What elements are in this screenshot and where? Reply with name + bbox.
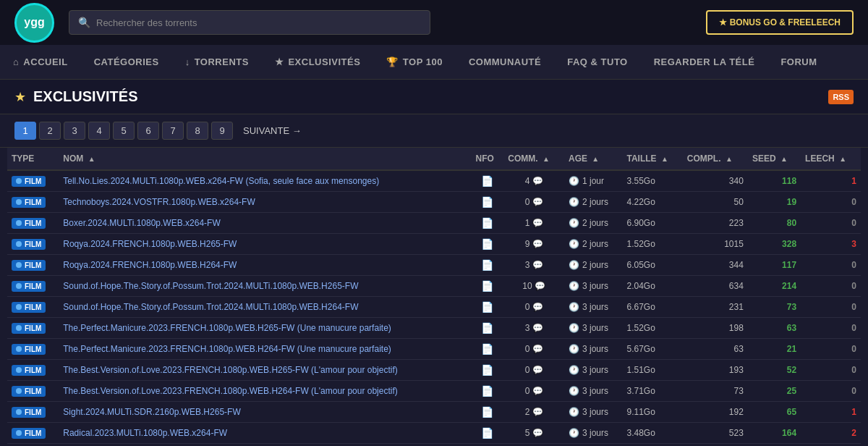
cell-comm: 0 💬 (503, 297, 564, 318)
cell-nfo[interactable]: 📄 (471, 170, 503, 192)
compl-value: 1015 (724, 239, 744, 249)
torrent-name-link[interactable]: Roqya.2024.FRENCH.1080p.WEB.H265-FW (63, 239, 237, 249)
nfo-icon[interactable]: 📄 (481, 280, 493, 292)
page-3[interactable]: 3 (64, 122, 85, 140)
nav-faq[interactable]: FAQ & TUTO (554, 45, 640, 79)
nav-torrents[interactable]: ↓ TORRENTS (172, 45, 262, 79)
nav-forum[interactable]: FORUM (767, 45, 830, 79)
search-bar[interactable]: 🔍 (69, 10, 430, 35)
cell-nfo[interactable]: 📄 (471, 213, 503, 234)
page-next[interactable]: SUIVANTE → (236, 122, 309, 139)
cell-nfo[interactable]: 📄 (471, 192, 503, 213)
torrent-name-link[interactable]: Technoboys.2024.VOSTFR.1080p.WEB.x264-FW (63, 197, 255, 207)
col-seed[interactable]: SEED ▲ (748, 148, 801, 170)
nfo-icon[interactable]: 📄 (481, 217, 493, 229)
cell-name[interactable]: Boxer.2024.MULTi.1080p.WEB.x264-FW (59, 213, 471, 234)
torrent-name-link[interactable]: Roqya.2024.FRENCH.1080p.WEB.H264-FW (63, 260, 237, 270)
cell-size: 3.71Go (623, 381, 683, 402)
torrent-name-link[interactable]: Sound.of.Hope.The.Story.of.Possum.Trot.2… (63, 302, 358, 312)
torrent-name-link[interactable]: Tell.No.Lies.2024.MULTi.1080p.WEB.x264-F… (63, 176, 379, 186)
nfo-icon[interactable]: 📄 (481, 406, 493, 418)
cell-nfo[interactable]: 📄 (471, 402, 503, 423)
cell-name[interactable]: The.Best.Version.of.Love.2023.FRENCH.108… (59, 360, 471, 381)
col-type[interactable]: TYPE (7, 148, 59, 170)
torrent-name-link[interactable]: Radical.2023.MULTi.1080p.WEB.x264-FW (63, 428, 227, 438)
col-nfo[interactable]: NFO (471, 148, 503, 170)
table-row: FILM Radical.2023.MULTi.1080p.WEB.x264-F… (7, 423, 861, 444)
nav-communaute[interactable]: COMMUNAUTÉ (456, 45, 554, 79)
cell-name[interactable]: Sound.of.Hope.The.Story.of.Possum.Trot.2… (59, 276, 471, 297)
torrent-name-link[interactable]: The.Best.Version.of.Love.2023.FRENCH.108… (63, 365, 398, 375)
col-leech[interactable]: LEECH ▲ (801, 148, 861, 170)
cell-nfo[interactable]: 📄 (471, 276, 503, 297)
page-1[interactable]: 1 (14, 122, 36, 140)
cell-nfo[interactable]: 📄 (471, 381, 503, 402)
cell-name[interactable]: Roqya.2024.FRENCH.1080p.WEB.H264-FW (59, 255, 471, 276)
nfo-icon[interactable]: 📄 (481, 238, 493, 250)
nfo-icon[interactable]: 📄 (481, 301, 493, 313)
col-compl[interactable]: COMPL. ▲ (683, 148, 748, 170)
search-icon: 🔍 (78, 17, 90, 28)
cell-name[interactable]: Technoboys.2024.VOSTFR.1080p.WEB.x264-FW (59, 192, 471, 213)
badge-dot (16, 388, 22, 394)
cell-seed: 52 (748, 360, 801, 381)
torrent-name-link[interactable]: The.Perfect.Manicure.2023.FRENCH.1080p.W… (63, 323, 391, 333)
cell-nfo[interactable]: 📄 (471, 444, 503, 447)
cell-name[interactable]: The.Perfect.Manicure.2023.FRENCH.1080p.W… (59, 339, 471, 360)
col-taille[interactable]: TAILLE ▲ (623, 148, 683, 170)
col-age[interactable]: AGE ▲ (564, 148, 623, 170)
cell-nfo[interactable]: 📄 (471, 339, 503, 360)
cell-name[interactable]: Sight.2024.MULTi.SDR.2160p.WEB.H265-FW (59, 402, 471, 423)
cell-nfo[interactable]: 📄 (471, 255, 503, 276)
age-value: 🕐2 jours (569, 197, 618, 207)
cell-name[interactable]: Tell.No.Lies.2024.MULTi.1080p.WEB.x264-F… (59, 170, 471, 192)
nav-tv[interactable]: REGARDER LA TÉLÉ (641, 45, 768, 79)
nav-accueil[interactable]: ⌂ ACCUEIL (0, 45, 81, 79)
search-input[interactable] (96, 17, 421, 28)
table-row: FILM Sound.of.Hope.The.Story.of.Possum.T… (7, 276, 861, 297)
nfo-icon[interactable]: 📄 (481, 427, 493, 439)
cell-nfo[interactable]: 📄 (471, 297, 503, 318)
nfo-icon[interactable]: 📄 (481, 196, 493, 208)
torrent-name-link[interactable]: Sight.2024.MULTi.SDR.2160p.WEB.H265-FW (63, 407, 240, 417)
cell-nfo[interactable]: 📄 (471, 423, 503, 444)
torrent-name-link[interactable]: Boxer.2024.MULTi.1080p.WEB.x264-FW (63, 218, 220, 228)
rss-icon[interactable]: RSS (828, 90, 854, 104)
page-5[interactable]: 5 (113, 122, 135, 140)
cell-name[interactable]: The.Best.Version.of.Love.2023.FRENCH.108… (59, 381, 471, 402)
page-8[interactable]: 8 (187, 122, 208, 140)
torrent-name-link[interactable]: The.Best.Version.of.Love.2023.FRENCH.108… (63, 386, 398, 396)
col-comm[interactable]: COMM. ▲ (503, 148, 564, 170)
nfo-icon[interactable]: 📄 (481, 385, 493, 397)
nav-exclusivites[interactable]: ★ EXCLUSIVITÉS (262, 45, 373, 79)
col-nom[interactable]: NOM ▲ (59, 148, 471, 170)
logo[interactable] (14, 3, 54, 43)
nav-categories[interactable]: CATÉGORIES (81, 45, 172, 79)
leech-value: 0 (851, 344, 856, 354)
page-9[interactable]: 9 (211, 122, 233, 140)
page-4[interactable]: 4 (88, 122, 110, 140)
page-6[interactable]: 6 (137, 122, 159, 140)
cell-nfo[interactable]: 📄 (471, 234, 503, 255)
nav-top100[interactable]: 🏆 TOP 100 (373, 45, 456, 79)
cell-name[interactable]: Sound.of.Hope.The.Story.of.Possum.Trot.2… (59, 297, 471, 318)
nfo-icon[interactable]: 📄 (481, 364, 493, 376)
cell-name[interactable]: Roqya.2024.FRENCH.1080p.WEB.H265-FW (59, 234, 471, 255)
torrent-name-link[interactable]: The.Perfect.Manicure.2023.FRENCH.1080p.W… (63, 344, 391, 354)
nfo-icon[interactable]: 📄 (481, 343, 493, 355)
cell-nfo[interactable]: 📄 (471, 318, 503, 339)
cell-name[interactable]: Poolman.2024.VOSTFR.1080p.WEB.H265-FW (59, 444, 471, 447)
nfo-icon[interactable]: 📄 (481, 175, 493, 187)
bonus-button[interactable]: ★ BONUS GO & FREELEECH (706, 10, 854, 35)
nfo-icon[interactable]: 📄 (481, 322, 493, 334)
page-2[interactable]: 2 (39, 122, 61, 140)
cell-name[interactable]: Radical.2023.MULTi.1080p.WEB.x264-FW (59, 423, 471, 444)
nfo-icon[interactable]: 📄 (481, 259, 493, 271)
cell-nfo[interactable]: 📄 (471, 360, 503, 381)
page-7[interactable]: 7 (162, 122, 184, 140)
size-value: 6.67Go (627, 302, 655, 312)
cell-size: 6.05Go (623, 255, 683, 276)
torrent-name-link[interactable]: Sound.of.Hope.The.Story.of.Possum.Trot.2… (63, 281, 358, 291)
seed-value: 164 (782, 428, 796, 438)
cell-name[interactable]: The.Perfect.Manicure.2023.FRENCH.1080p.W… (59, 318, 471, 339)
